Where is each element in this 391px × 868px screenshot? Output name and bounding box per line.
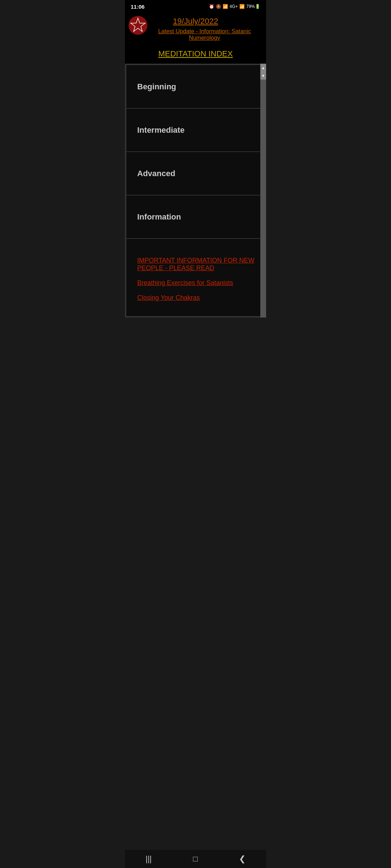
section-advanced-label: Advanced <box>137 169 175 178</box>
important-info-link[interactable]: IMPORTANT INFORMATION FOR NEW PEOPLE - P… <box>137 257 257 272</box>
section-beginning: Beginning <box>126 65 265 109</box>
network-type: 4G+ <box>230 4 238 9</box>
signal2-icon: 📶 <box>239 4 245 9</box>
logo-container <box>129 16 147 36</box>
index-scroll-container: ▲ ▼ Beginning Intermediate Advanced Info… <box>125 64 266 318</box>
section-information-links: IMPORTANT INFORMATION FOR NEW PEOPLE - P… <box>126 239 265 316</box>
header-section: 19/July/2022 Latest Update - Information… <box>125 13 266 44</box>
signal-icon: 📶 <box>223 4 228 9</box>
status-time: 11:06 <box>131 4 144 10</box>
mute-icon: 🔕 <box>216 4 221 9</box>
scrollbar-track[interactable]: ▲ ▼ <box>260 64 266 318</box>
scrollbar-up-button[interactable]: ▲ <box>260 64 266 72</box>
section-intermediate-label: Intermediate <box>137 125 185 135</box>
closing-chakras-link[interactable]: Closing Your Chakras <box>137 294 200 302</box>
battery-icon: 79%🔋 <box>246 4 260 9</box>
section-information-label: Information <box>137 212 181 222</box>
latest-update-link[interactable]: Latest Update - Information: Satanic Num… <box>149 28 260 41</box>
scrollbar-down-button[interactable]: ▼ <box>260 72 266 80</box>
meditation-index-title: MEDITATION INDEX <box>125 44 266 64</box>
pentagram-logo <box>129 16 147 35</box>
index-table: Beginning Intermediate Advanced Informat… <box>125 64 266 318</box>
status-icons: ⏰ 🔕 📶 4G+ 📶 79%🔋 <box>209 4 260 9</box>
breathing-exercises-link[interactable]: Breathing Exercises for Satanists <box>137 279 233 287</box>
section-intermediate: Intermediate <box>126 109 265 152</box>
section-advanced: Advanced <box>126 152 265 195</box>
status-bar: 11:06 ⏰ 🔕 📶 4G+ 📶 79%🔋 <box>125 0 266 13</box>
section-beginning-label: Beginning <box>137 82 176 92</box>
alarm-icon: ⏰ <box>209 4 214 9</box>
section-information: Information <box>126 195 265 239</box>
date-link[interactable]: 19/July/2022 <box>131 17 260 26</box>
